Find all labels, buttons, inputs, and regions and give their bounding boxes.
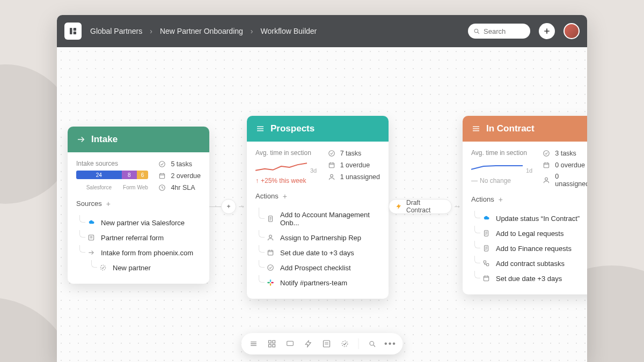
breadcrumb-item[interactable]: Global Partners <box>90 27 142 35</box>
breadcrumb-item[interactable]: Workflow Builder <box>261 27 317 35</box>
svg-point-50 <box>545 178 548 180</box>
list-heading: Actions <box>255 192 279 200</box>
doc-icon <box>482 244 491 253</box>
insert-stage-button[interactable]: + <box>221 199 236 214</box>
search-box[interactable] <box>468 24 530 39</box>
list-item[interactable]: Update status “In Contract” <box>472 211 587 226</box>
tool-card-button[interactable] <box>286 339 295 349</box>
plus-icon <box>543 27 551 35</box>
workflow-canvas[interactable]: Intake Intake sources 2486 SalesforceFor… <box>57 47 587 362</box>
arrow-right-icon: → <box>237 202 246 211</box>
stat-line: 1 unassigned <box>327 173 380 181</box>
add-action-button[interactable]: + <box>283 193 287 200</box>
tool-form-button[interactable] <box>322 339 332 349</box>
segment: 6 <box>137 171 149 179</box>
list-item[interactable]: Add to Legal requests <box>472 226 587 241</box>
list-item[interactable]: Intake form from phoenix.com <box>77 245 201 260</box>
sf-icon <box>87 218 96 227</box>
canvas-toolbar: ••• <box>241 333 403 354</box>
svg-rect-1 <box>74 28 76 31</box>
tool-list-button[interactable] <box>249 339 259 349</box>
card-header: Prospects <box>247 116 389 142</box>
transition-pill[interactable]: Draft Contract <box>389 199 452 214</box>
svg-point-77 <box>370 341 374 345</box>
stat-line: 0 unassigned <box>542 173 587 188</box>
cal-icon <box>482 274 491 283</box>
svg-rect-68 <box>269 341 272 343</box>
tool-grid-button[interactable] <box>267 339 277 349</box>
list-item[interactable]: Set due date to +3 days <box>257 245 380 260</box>
stat-line: 4hr SLA <box>158 183 201 192</box>
stage-card-prospects[interactable]: Prospects Avg. time in section 3d ↑ +25%… <box>247 116 389 299</box>
svg-rect-14 <box>89 235 93 240</box>
add-action-button[interactable]: + <box>499 196 503 203</box>
svg-rect-60 <box>487 264 489 266</box>
sources-bar: 2486 <box>76 171 148 179</box>
stat-line: 1 overdue <box>327 161 380 169</box>
list-item[interactable]: Partner referral form <box>77 230 201 245</box>
tool-automation-button[interactable] <box>304 339 313 349</box>
logo-icon <box>68 26 78 36</box>
stat-line: 7 tasks <box>327 149 380 158</box>
connector: + → <box>209 206 247 207</box>
form-icon <box>87 233 96 242</box>
list-item[interactable]: New partner <box>77 260 201 275</box>
sparkline: 1d <box>471 160 532 174</box>
svg-rect-69 <box>273 341 275 343</box>
doc-icon <box>482 229 491 238</box>
stage-card-contract[interactable]: In Contract Avg. time in section 1d — No… <box>463 116 587 294</box>
cal-icon <box>542 161 551 169</box>
stage-card-intake[interactable]: Intake Intake sources 2486 SalesforceFor… <box>68 127 209 284</box>
segment: 24 <box>76 171 122 179</box>
list-item[interactable]: Set due date +3 days <box>472 271 587 286</box>
tool-approval-button[interactable] <box>340 339 350 349</box>
segment-label: Form <box>122 184 137 190</box>
metric-delta: ↑ +25% this week <box>255 177 318 184</box>
source-list: New partner via SalesforcePartner referr… <box>77 215 201 275</box>
search-input[interactable] <box>484 27 521 35</box>
stat-line: 3 tasks <box>542 149 587 158</box>
card-header: Intake <box>68 127 209 152</box>
metric-delta: — No change <box>471 177 532 184</box>
stat-list: 5 tasks2 overdue4hr SLA <box>158 160 201 192</box>
svg-point-3 <box>474 29 478 33</box>
connector: Draft Contract → <box>389 206 463 207</box>
breadcrumb: Global Partners › New Partner Onboarding… <box>90 27 317 35</box>
svg-rect-59 <box>484 261 486 263</box>
sub-icon <box>482 259 491 268</box>
stat-line: 2 overdue <box>158 172 201 180</box>
list-item[interactable]: Add contract subtasks <box>472 256 587 271</box>
stat-list: 3 tasks0 overdue0 unassigned <box>542 149 587 188</box>
sources-bar-labels: SalesforceFormWeb <box>76 184 148 190</box>
check-icon <box>158 160 166 168</box>
list-item[interactable]: Add to Finance requests <box>472 241 587 256</box>
tool-more-button[interactable]: ••• <box>386 339 396 349</box>
list-item[interactable]: New partner via Salesforce <box>77 215 201 230</box>
svg-rect-9 <box>160 174 165 179</box>
avatar[interactable] <box>564 23 580 39</box>
breadcrumb-item[interactable]: New Partner Onboarding <box>160 27 243 35</box>
app-logo[interactable] <box>64 23 82 40</box>
list-item[interactable]: Assign to Partnership Rep <box>257 230 380 245</box>
bolt-icon <box>396 203 402 210</box>
add-button[interactable] <box>539 23 555 39</box>
list-heading: Actions <box>471 195 494 203</box>
svg-rect-23 <box>329 163 334 168</box>
svg-rect-40 <box>270 283 271 286</box>
list-item[interactable]: Add to Account Management Onb... <box>257 208 380 230</box>
tool-zoom-button[interactable] <box>368 339 377 349</box>
svg-point-37 <box>268 265 274 271</box>
clock-icon <box>158 183 166 192</box>
arrow-up-icon: ↑ <box>255 177 259 184</box>
card-header: In Contract <box>463 116 587 142</box>
arrow-right-icon <box>76 135 86 144</box>
check-icon <box>327 149 336 158</box>
list-item[interactable]: Notify #partners-team <box>257 275 380 290</box>
svg-rect-38 <box>270 279 271 282</box>
svg-rect-46 <box>544 163 549 168</box>
svg-point-18 <box>100 265 105 270</box>
list-item[interactable]: Add Prospect checklist <box>257 260 380 275</box>
svg-rect-61 <box>484 276 488 281</box>
add-source-button[interactable]: + <box>106 200 111 208</box>
dash-icon: — <box>471 177 478 184</box>
